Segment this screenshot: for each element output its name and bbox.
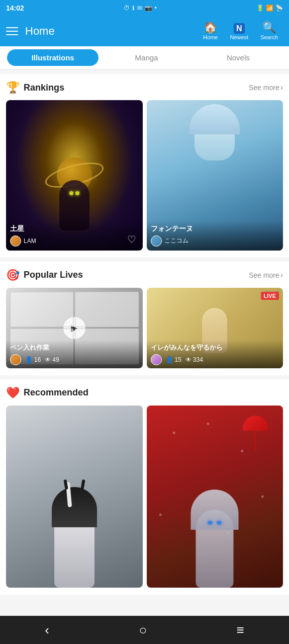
author-avatar-1	[10, 235, 21, 247]
live-card-2[interactable]: 副作業 LIVE イレがみんなを守るから 👤 15 👁 334	[147, 288, 283, 368]
newest-icon: N	[234, 22, 245, 33]
header: Home 🏠 Home N Newest 🔍 Search	[0, 16, 289, 46]
header-title: Home	[25, 25, 55, 38]
rankings-title: 🏆 Rankings	[6, 81, 64, 94]
rec-card-2[interactable]	[147, 406, 283, 588]
header-left: Home	[6, 25, 55, 38]
search-icon: 🔍	[262, 22, 276, 33]
nav-search-label: Search	[260, 34, 278, 40]
tab-illustrations[interactable]: Illustrations	[7, 49, 99, 66]
live-stats-1: 👤 16 👁 49	[10, 354, 139, 365]
live-viewers-1: 👤 16	[25, 356, 41, 363]
recommended-header: ❤️ Recommended	[6, 386, 283, 399]
bottom-nav: ‹ ○ ≡	[0, 616, 289, 644]
live-badge-2: LIVE	[261, 292, 279, 300]
lives-grid: ▶ ペン入れ作業 👤 16 👁 49	[6, 288, 283, 375]
eye-icon-2: 👁	[185, 356, 191, 363]
nav-newest[interactable]: N Newest	[225, 20, 253, 42]
nav-home[interactable]: 🏠 Home	[198, 20, 223, 42]
dot-icon: •	[155, 5, 157, 12]
rankings-header: 🏆 Rankings See more ›	[6, 81, 283, 94]
live-author-avatar-2	[151, 354, 162, 365]
home-icon: 🏠	[204, 22, 217, 33]
live-author-avatar-1	[10, 354, 21, 365]
status-bar: 14:02 ⏱ ℹ ✉ 📷 • 🔋 📶 📡	[0, 0, 289, 16]
live-watch-count-2: 👁 334	[185, 356, 203, 363]
recommended-title: ❤️ Recommended	[6, 386, 88, 399]
ranking-card-2-author: ここコム	[151, 235, 279, 247]
trophy-icon: 🏆	[6, 81, 20, 94]
rankings-see-more[interactable]: See more ›	[249, 83, 283, 92]
tab-manga[interactable]: Manga	[101, 46, 192, 69]
heart-button-1[interactable]: ♡	[125, 232, 139, 247]
ranking-card-2[interactable]: フォンテーヌ ここコム	[147, 100, 283, 251]
author-avatar-2	[151, 235, 162, 247]
recommended-section: ❤️ Recommended	[0, 379, 289, 595]
person-icon-2: 👤	[166, 356, 173, 363]
rec-card-1[interactable]	[6, 406, 143, 588]
status-left-icons: ⏱ ℹ ✉ 📷 •	[124, 5, 157, 12]
status-right-icons: 🔋 📶 📡	[256, 5, 283, 12]
signal-icon: 📡	[275, 5, 283, 12]
person-icon-1: 👤	[25, 356, 33, 363]
ranking-card-1-author: LAM	[10, 235, 139, 247]
clock-icon: ⏱	[124, 5, 130, 12]
target-icon: 🎯	[6, 269, 20, 282]
menu-button[interactable]: ≡	[227, 618, 254, 642]
live-stats-2: 👤 15 👁 334	[151, 354, 279, 365]
live-viewers-2: 👤 15	[166, 356, 181, 363]
ranking-card-2-title: フォンテーヌ	[151, 224, 279, 233]
tab-novels[interactable]: Novels	[192, 46, 284, 69]
lives-see-more[interactable]: See more ›	[249, 271, 283, 280]
live-card-1[interactable]: ▶ ペン入れ作業 👤 16 👁 49	[6, 288, 143, 368]
rankings-grid: 土星 LAM ♡ フォンテーヌ ここコム	[6, 100, 283, 258]
popular-lives-title: 🎯 Popular Lives	[6, 269, 83, 282]
chevron-right-icon: ›	[280, 83, 283, 92]
hamburger-menu[interactable]	[6, 27, 18, 35]
ranking-card-1-overlay: 土星 LAM	[6, 220, 143, 251]
author-name-2: ここコム	[164, 236, 188, 245]
live-card-1-overlay: ペン入れ作業 👤 16 👁 49	[6, 340, 143, 368]
live-title-2: イレがみんなを守るから	[151, 343, 279, 352]
nav-search[interactable]: 🔍 Search	[255, 20, 283, 42]
live-title-1: ペン入れ作業	[10, 343, 139, 352]
chevron-right-icon-2: ›	[280, 271, 283, 280]
recommended-grid	[6, 406, 283, 595]
camera-icon: 📷	[145, 5, 152, 12]
popular-lives-section: 🎯 Popular Lives See more › ▶ ペン入れ作業	[0, 262, 289, 375]
wifi-icon: 📶	[266, 5, 273, 12]
nav-home-label: Home	[203, 34, 218, 40]
mail-icon: ✉	[137, 5, 142, 12]
live-card-2-overlay: イレがみんなを守るから 👤 15 👁 334	[147, 340, 283, 368]
back-button[interactable]: ‹	[35, 618, 59, 642]
status-time: 14:02	[6, 4, 24, 12]
popular-lives-header: 🎯 Popular Lives See more ›	[6, 269, 283, 282]
eye-icon-1: 👁	[45, 356, 51, 363]
rankings-section: 🏆 Rankings See more › 土星 LAM	[0, 74, 289, 258]
nav-newest-label: Newest	[230, 34, 248, 40]
ranking-card-1-title: 土星	[10, 224, 139, 233]
ranking-card-1[interactable]: 土星 LAM ♡	[6, 100, 143, 251]
author-name-1: LAM	[24, 237, 36, 245]
ranking-card-2-overlay: フォンテーヌ ここコム	[147, 220, 283, 251]
info-icon: ℹ	[132, 5, 135, 12]
heart-icon: ❤️	[6, 386, 20, 399]
live-watch-count-1: 👁 49	[45, 356, 59, 363]
header-nav: 🏠 Home N Newest 🔍 Search	[198, 20, 283, 42]
battery-icon: 🔋	[256, 5, 264, 12]
content-tabs: Illustrations Manga Novels	[0, 46, 289, 70]
home-button[interactable]: ○	[129, 618, 157, 642]
